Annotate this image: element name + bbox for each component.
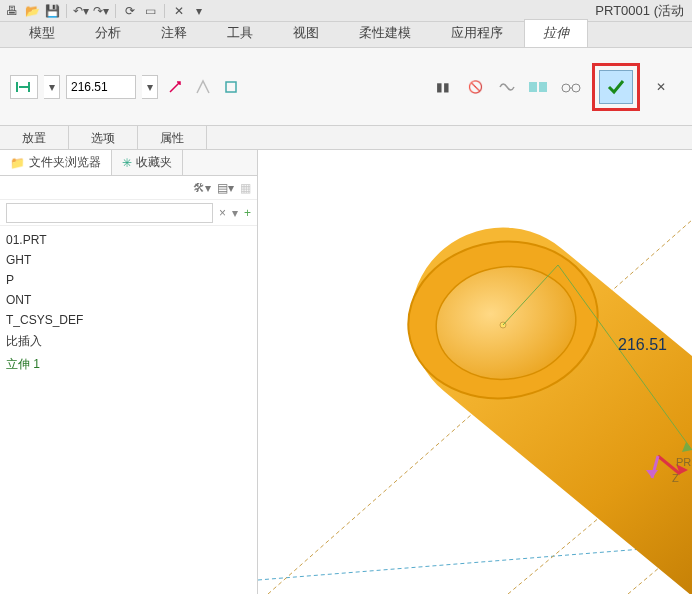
open-icon[interactable]: 📂 — [24, 3, 40, 19]
graphics-viewport[interactable]: 216.51 Z PR — [258, 150, 692, 594]
tree-node[interactable]: P — [0, 270, 257, 290]
depth-value-input[interactable] — [66, 75, 136, 99]
extrude-depth-group: ▾ ▾ — [10, 75, 242, 99]
svg-line-9 — [258, 545, 692, 580]
tab-tools[interactable]: 工具 — [208, 19, 272, 47]
axis-label-z: Z — [672, 472, 679, 484]
navigator-tab-favorites-label: 收藏夹 — [136, 154, 172, 171]
chevron-down-icon[interactable]: ▾ — [191, 3, 207, 19]
tree-node[interactable]: ONT — [0, 290, 257, 310]
tab-analysis[interactable]: 分析 — [76, 19, 140, 47]
windows-icon[interactable]: ▭ — [142, 3, 158, 19]
main-area: 📁 文件夹浏览器 ✳ 收藏夹 🛠▾ ▤▾ ▦ × ▾ + 01.PRT GHT … — [0, 150, 692, 594]
tree-node[interactable]: 比插入 — [0, 330, 257, 353]
regen-icon[interactable]: ⟳ — [122, 3, 138, 19]
tab-extrude[interactable]: 拉伸 — [524, 19, 588, 47]
tab-apps[interactable]: 应用程序 — [432, 19, 522, 47]
redo-icon[interactable]: ↷▾ — [93, 3, 109, 19]
tree-node[interactable]: GHT — [0, 250, 257, 270]
undo-icon[interactable]: ↶▾ — [73, 3, 89, 19]
subtab-properties[interactable]: 属性 — [138, 126, 207, 149]
display-icon[interactable]: ▦ — [240, 181, 251, 195]
filter-dropdown-icon[interactable]: ▾ — [232, 206, 238, 220]
tab-model[interactable]: 模型 — [10, 19, 74, 47]
depth-type-button[interactable] — [10, 75, 38, 99]
glasses-preview-icon[interactable] — [560, 76, 582, 98]
svg-rect-5 — [539, 82, 547, 92]
print-icon[interactable]: 🖶 — [4, 3, 20, 19]
ok-highlight-box — [592, 63, 640, 111]
tab-view[interactable]: 视图 — [274, 19, 338, 47]
subtab-placement[interactable]: 放置 — [0, 126, 69, 149]
feature-controls: ▮▮ 🚫 ✕ — [432, 63, 672, 111]
no-preview-icon[interactable]: 🚫 — [464, 76, 486, 98]
dimension-label[interactable]: 216.51 — [618, 336, 667, 353]
subtab-options[interactable]: 选项 — [69, 126, 138, 149]
depth-type-dropdown[interactable]: ▾ — [44, 75, 60, 99]
dashboard-subtabs: 放置 选项 属性 — [0, 126, 692, 150]
thicken-sketch-icon[interactable] — [220, 76, 242, 98]
svg-rect-4 — [529, 82, 537, 92]
tree-search-input[interactable] — [6, 203, 213, 223]
navigator-tab-favorites[interactable]: ✳ 收藏夹 — [112, 150, 183, 175]
tools-icon[interactable]: 🛠▾ — [193, 181, 211, 195]
star-icon: ✳ — [122, 156, 132, 170]
add-icon[interactable]: + — [244, 206, 251, 220]
flip-direction-icon[interactable] — [164, 76, 186, 98]
ok-button[interactable] — [599, 70, 633, 104]
svg-point-6 — [562, 84, 570, 92]
tree-search-row: × ▾ + — [0, 200, 257, 226]
axis-label-pr: PR — [676, 456, 691, 468]
unattached-preview-icon[interactable] — [496, 76, 518, 98]
tree-node-active[interactable]: 立伸 1 — [0, 353, 257, 376]
remove-material-icon[interactable] — [192, 76, 214, 98]
tree-node[interactable]: 01.PRT — [0, 230, 257, 250]
tab-annotate[interactable]: 注释 — [142, 19, 206, 47]
svg-rect-3 — [226, 82, 236, 92]
depth-value-dropdown[interactable]: ▾ — [142, 75, 158, 99]
model-tree[interactable]: 01.PRT GHT P ONT T_CSYS_DEF 比插入 立伸 1 — [0, 226, 257, 594]
close-icon[interactable]: ✕ — [171, 3, 187, 19]
save-icon[interactable]: 💾 — [44, 3, 60, 19]
navigator-tab-browser[interactable]: 📁 文件夹浏览器 — [0, 150, 112, 175]
pause-icon[interactable]: ▮▮ — [432, 76, 454, 98]
svg-point-7 — [572, 84, 580, 92]
folder-icon: 📁 — [10, 156, 25, 170]
clear-search-icon[interactable]: × — [219, 206, 226, 220]
settings-icon[interactable]: ▤▾ — [217, 181, 234, 195]
navigator-sidebar: 📁 文件夹浏览器 ✳ 收藏夹 🛠▾ ▤▾ ▦ × ▾ + 01.PRT GHT … — [0, 150, 258, 594]
tree-node[interactable]: T_CSYS_DEF — [0, 310, 257, 330]
navigator-tabs: 📁 文件夹浏览器 ✳ 收藏夹 — [0, 150, 257, 176]
tab-flexmodel[interactable]: 柔性建模 — [340, 19, 430, 47]
attached-preview-icon[interactable] — [528, 76, 550, 98]
navigator-toolbar: 🛠▾ ▤▾ ▦ — [0, 176, 257, 200]
window-title: PRT0001 (活动 — [595, 2, 688, 20]
ribbon-tabs: 模型 分析 注释 工具 视图 柔性建模 应用程序 拉伸 — [0, 22, 692, 48]
cancel-button[interactable]: ✕ — [650, 76, 672, 98]
ribbon-content: ▾ ▾ ▮▮ 🚫 ✕ — [0, 48, 692, 126]
navigator-tab-browser-label: 文件夹浏览器 — [29, 154, 101, 171]
